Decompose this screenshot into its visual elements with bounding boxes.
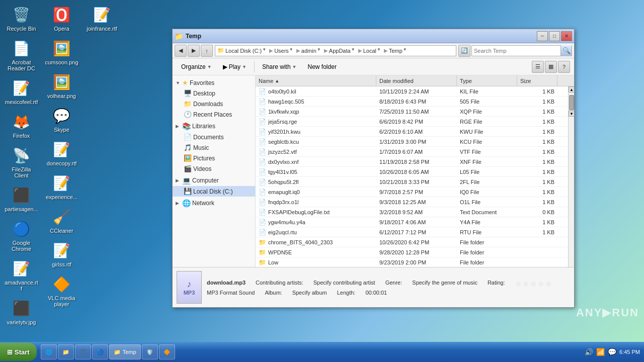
path-local-disk[interactable]: Local Disk (C:) ▼ [225, 47, 268, 54]
desktop-icon-recycle-bin[interactable]: 🗑️ Recycle Bin [3, 3, 40, 34]
play-button[interactable]: ▶ Play ▼ [218, 60, 251, 73]
table-row[interactable]: 📄 FXSAPIDebugLogFile.txt 3/2/2018 9:52 A… [256, 207, 568, 217]
search-input[interactable] [472, 48, 560, 54]
desktop-icon-filezilla[interactable]: 📡 FileZilla Client [3, 143, 40, 180]
search-box[interactable]: 🔍 [471, 45, 572, 56]
file-type-cell: 505 File [457, 99, 517, 105]
desktop-icon-donecopy[interactable]: 📝 donecopy.rtf [43, 137, 80, 168]
favorites-header[interactable]: ▼ ★ Favorites [173, 77, 255, 88]
table-row[interactable]: 📄 jszyzc52.vtf 1/7/2019 6:07 AM VTF File… [256, 147, 568, 157]
scrollbar-up-arrow[interactable]: ▲ [569, 86, 574, 93]
scrollbar-thumb[interactable] [569, 95, 574, 110]
table-row[interactable]: 📄 eig2uqcl.rtu 6/12/2017 7:12 PM RTU Fil… [256, 227, 568, 237]
network-header[interactable]: ▶ 🌐 Network [173, 198, 255, 209]
libraries-header[interactable]: ▶ 📚 Libraries [173, 121, 255, 132]
desktop-icon-amadvance[interactable]: 📝 amadvance.rtf [3, 256, 40, 294]
desktop-icon-vlc[interactable]: 🔶 VLC media player [43, 272, 80, 309]
help-button[interactable]: ? [558, 61, 570, 73]
desktop-icon-chrome[interactable]: 🔵 Google Chrome [3, 217, 40, 254]
organize-button[interactable]: Organize ▼ [177, 60, 216, 73]
address-path[interactable]: 📁 Local Disk (C:) ▼ ▶ Users ▼ ▶ admin ▼ … [215, 45, 456, 56]
file-date-cell: 11/19/2018 2:58 PM [376, 159, 457, 165]
desktop-icon-ccleaner[interactable]: 🧹 CCleaner [43, 205, 80, 236]
table-row[interactable]: 📄 fnqdp3rx.o1l 9/3/2018 12:25 AM O1L Fil… [256, 197, 568, 207]
tray-speaker-icon[interactable]: 🔊 [585, 348, 593, 356]
path-admin[interactable]: admin ▼ [301, 47, 323, 54]
desktop-icon-acrobat[interactable]: 📄 Acrobat Reader DC [3, 36, 40, 73]
desktop-icon-opera[interactable]: 🅾️ Opera [43, 3, 80, 34]
new-folder-button[interactable]: New folder [303, 60, 341, 73]
path-appdata[interactable]: AppData ▼ [329, 47, 357, 54]
path-local[interactable]: Local ▼ [363, 47, 383, 54]
nav-item-pictures[interactable]: 🖼️ Pictures [173, 153, 255, 163]
nav-item-music[interactable]: 🎵 Music [173, 142, 255, 153]
nav-item-downloads[interactable]: 📁 Downloads [173, 99, 255, 109]
desktop-icon-mexicofeel[interactable]: 📝 mexicofeel.rtf [3, 76, 40, 107]
table-row[interactable]: 📄 segblctb.kcu 1/31/2019 3:00 PM KCU Fil… [256, 137, 568, 147]
col-header-type[interactable]: Type [457, 75, 517, 86]
table-row[interactable]: 📄 yif3201h.kwu 6/2/2019 6:10 AM KWU File… [256, 127, 568, 137]
table-row[interactable]: 📄 5ohqpu5t.2fl 10/21/2018 3:33 PM 2FL Fi… [256, 177, 568, 187]
tray-network-icon[interactable]: 📶 [596, 348, 605, 356]
nav-item-recent-places[interactable]: 🕐 Recent Places [173, 109, 255, 120]
status-row-2: MP3 Format Sound Album: Specify album Le… [207, 290, 552, 296]
computer-header[interactable]: ▶ 💻 Computer [173, 175, 255, 186]
table-row[interactable]: 📄 tgy4l31v.l05 10/26/2018 6:05 AM L05 Fi… [256, 167, 568, 177]
scrollbar-down-arrow[interactable]: ▼ [569, 111, 574, 117]
taskbar-item-ie[interactable]: 🌐 [41, 344, 57, 359]
desktop-icon-firefox[interactable]: 🦊 Firefox [3, 110, 40, 141]
table-row[interactable]: 📁 Low 9/23/2019 2:00 PM File folder [256, 257, 568, 267]
nav-item-desktop[interactable]: 🖥️ Desktop [173, 88, 255, 99]
path-users[interactable]: Users ▼ [274, 47, 295, 54]
search-button[interactable]: 🔍 [560, 45, 572, 56]
tray-message-icon[interactable]: 💬 [608, 348, 616, 356]
up-button[interactable]: ↑ [201, 45, 213, 57]
taskbar-item-chrome[interactable]: 🔵 [92, 344, 108, 359]
col-header-size[interactable]: Size [517, 75, 557, 86]
start-button[interactable]: ⊞ Start [0, 343, 37, 361]
table-row[interactable]: 📄 emapuglt.iq0 9/7/2018 2:57 PM IQ0 File… [256, 187, 568, 197]
taskbar-item-vlc-taskbar[interactable]: 🔶 [159, 344, 175, 359]
share-with-button[interactable]: Share with ▼ [258, 60, 301, 73]
desktop-icon-volhear[interactable]: 🖼️ volhear.png [43, 70, 80, 101]
table-row[interactable]: 📄 o4to0ty0.kil 10/11/2019 2:24 AM KIL Fi… [256, 86, 568, 97]
table-row[interactable]: 📁 WPDN5E 9/28/2020 12:28 PM File folder [256, 247, 568, 257]
taskbar-item-explorer[interactable]: 📁 [58, 344, 74, 359]
minimize-button[interactable]: ─ [537, 31, 548, 41]
nav-item-documents[interactable]: 📄 Documents [173, 132, 255, 142]
file-date-cell: 1/31/2019 3:00 PM [376, 139, 457, 145]
nav-item-videos[interactable]: 🎬 Videos [173, 163, 255, 174]
table-row[interactable]: 📄 ygw4mu4u.y4a 9/18/2017 4:06 AM Y4A Fil… [256, 217, 568, 227]
table-row[interactable]: 📄 1kvfkwlv.xqp 7/25/2019 11:50 AM XQP Fi… [256, 107, 568, 117]
desktop-icon-cumsoon[interactable]: 🖼️ cumsoon.png [43, 36, 80, 67]
desktop-icon-experience[interactable]: 📝 experience... [43, 171, 80, 202]
table-row[interactable]: 📁 chrome_BITS_4040_2303 10/26/2020 6:42 … [256, 237, 568, 247]
nav-item-local-disk[interactable]: 💾 Local Disk (C:) [173, 186, 255, 197]
desktop-icon-joinfrance[interactable]: 📝 joinfrance.rtf [83, 3, 121, 34]
table-row[interactable]: 📄 hawg1eqc.505 8/18/2019 6:43 PM 505 Fil… [256, 97, 568, 107]
file-icon: 📄 [259, 209, 266, 216]
table-row[interactable]: 📄 dx0yvlxo.xnf 11/19/2018 2:58 PM XNF Fi… [256, 157, 568, 167]
col-header-name[interactable]: Name ▲ [256, 75, 376, 86]
close-button[interactable]: ✕ [561, 31, 572, 41]
refresh-button[interactable]: 🔄 [458, 45, 470, 57]
forward-button[interactable]: ▶ [188, 45, 200, 57]
taskbar-item-media-player[interactable]: 🎵 [75, 344, 91, 359]
col-header-date[interactable]: Date modified [376, 75, 457, 86]
taskbar-item-temp[interactable]: 📁 Temp [109, 344, 141, 359]
system-clock[interactable]: 6:45 PM [619, 348, 640, 355]
desktop-icon-partiesagen[interactable]: ⬛ partiesagen... [3, 183, 40, 214]
taskbar-item-avira[interactable]: 🛡️ [142, 344, 158, 359]
scrollbar-track[interactable]: ▲ ▼ [568, 86, 574, 267]
desktop-icon-skype[interactable]: 💬 Skype [43, 104, 80, 135]
view-toggle-button[interactable]: ▦ [545, 61, 557, 73]
network-expand-icon: ▶ [176, 201, 181, 206]
desktop-icon-girlss[interactable]: 📝 girlss.rtf [43, 238, 80, 269]
maximize-button[interactable]: □ [549, 31, 560, 41]
desktop-icon-varietytv[interactable]: ⬛ varietytv.jpg [3, 296, 40, 327]
back-button[interactable]: ◀ [175, 45, 187, 57]
table-row[interactable]: 📄 jeja5rsq.rge 6/6/2019 8:42 PM RGE File… [256, 117, 568, 127]
path-temp[interactable]: Temp ▼ [389, 47, 409, 54]
view-options-button[interactable]: ☰ [532, 61, 544, 73]
rating-stars[interactable]: ☆ ☆ ☆ ☆ ☆ [515, 280, 552, 288]
